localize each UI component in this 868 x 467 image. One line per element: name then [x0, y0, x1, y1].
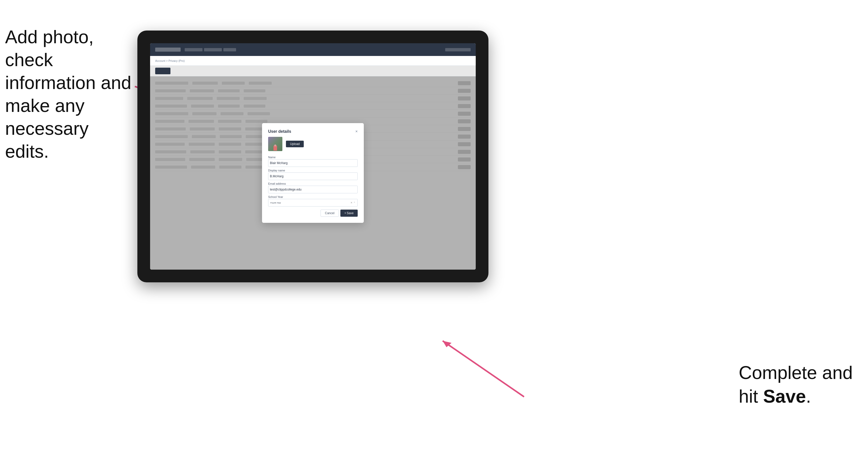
save-button[interactable]: ⬆ Save [340, 210, 358, 217]
nav-item [204, 48, 222, 51]
breadcrumb-text: Account > Privacy (Pro) [155, 59, 185, 62]
school-year-value: Fourth Year [271, 202, 350, 204]
school-year-select[interactable]: Fourth Year × ⌃ [268, 199, 358, 207]
school-year-label: School Year [268, 195, 358, 198]
photo-section: Upload [268, 137, 358, 151]
cancel-button[interactable]: Cancel [320, 210, 339, 217]
annotation-right: Complete and hit Save. [739, 361, 853, 408]
school-year-field-group: School Year Fourth Year × ⌃ [268, 195, 358, 207]
email-label: Email address [268, 182, 358, 185]
annotation-left: Add photo, check information and make an… [5, 25, 132, 163]
select-clear-icon[interactable]: × [350, 201, 352, 205]
svg-line-2 [443, 341, 524, 397]
modal-header: User details × [268, 129, 358, 134]
tablet-screen: Account > Privacy (Pro) [150, 43, 476, 270]
nav-item [223, 48, 236, 51]
tablet-device: Account > Privacy (Pro) [137, 31, 489, 282]
select-chevron-icon: ⌃ [353, 201, 355, 204]
modal-footer: Cancel ⬆ Save [268, 210, 358, 217]
nav-item [185, 48, 203, 51]
svg-marker-3 [443, 341, 452, 347]
email-field-group: Email address [268, 182, 358, 193]
modal-close-button[interactable]: × [355, 129, 358, 133]
name-field-group: Name [268, 156, 358, 167]
name-input[interactable] [268, 159, 358, 167]
display-name-label: Display name [268, 169, 358, 172]
user-details-modal: User details × Upload Nam [262, 123, 364, 223]
name-label: Name [268, 156, 358, 159]
app-nav [185, 48, 236, 51]
content-area: User details × Upload Nam [150, 76, 476, 270]
sub-save-button[interactable] [155, 68, 170, 74]
app-header [150, 43, 476, 56]
user-info [445, 48, 471, 51]
upload-button[interactable]: Upload [286, 141, 304, 147]
breadcrumb: Account > Privacy (Pro) [150, 56, 476, 66]
sub-header [150, 66, 476, 76]
display-name-field-group: Display name [268, 169, 358, 180]
modal-overlay: User details × Upload Nam [150, 76, 476, 270]
save-icon: ⬆ [344, 212, 346, 214]
display-name-input[interactable] [268, 173, 358, 180]
modal-title: User details [268, 129, 291, 134]
app-logo [155, 48, 181, 52]
email-input[interactable] [268, 186, 358, 193]
photo-thumbnail [268, 137, 282, 151]
